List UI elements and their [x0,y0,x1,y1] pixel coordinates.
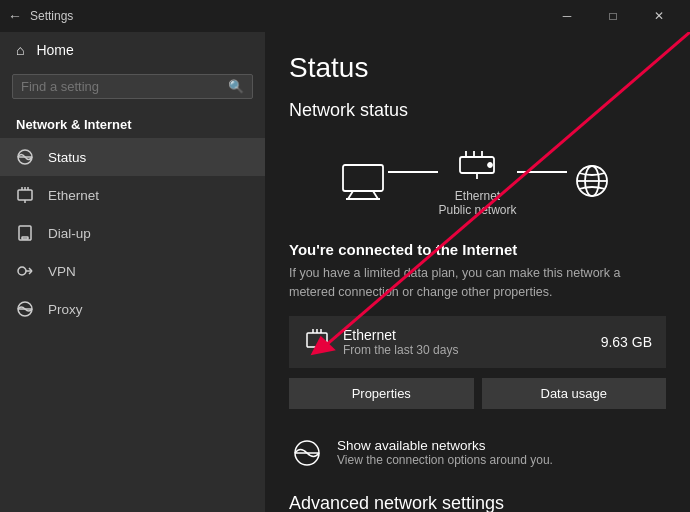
svg-rect-2 [18,190,32,200]
advanced-title: Advanced network settings [289,493,666,513]
connected-title: You're connected to the Internet [289,241,666,258]
properties-button[interactable]: Properties [289,378,474,409]
minimize-button[interactable]: ─ [544,0,590,32]
svg-rect-8 [22,237,28,239]
main-content: Status Network status [265,32,690,512]
page-title: Status [289,52,666,84]
titlebar-controls: ─ □ ✕ [544,0,682,32]
connected-sub: If you have a limited data plan, you can… [289,264,666,302]
net-line-1 [388,171,438,173]
home-label: Home [36,42,73,58]
net-icon-internet [567,161,617,201]
net-icon-router: Ethernet Public network [438,145,516,217]
search-input[interactable] [21,79,222,94]
maximize-button[interactable]: □ [590,0,636,32]
show-networks-text: Show available networks View the connect… [337,438,553,467]
svg-rect-17 [343,165,383,191]
eth-size: 9.63 GB [601,334,652,350]
sidebar-item-status[interactable]: Status [0,138,265,176]
dialup-label: Dial-up [48,226,91,241]
network-diagram: Ethernet Public network [289,137,666,225]
vpn-label: VPN [48,264,76,279]
close-button[interactable]: ✕ [636,0,682,32]
proxy-icon [16,300,34,318]
eth-left: Ethernet From the last 30 days [303,326,458,358]
titlebar-left: ← Settings [8,8,73,24]
home-icon: ⌂ [16,42,24,58]
eth-info: Ethernet From the last 30 days [343,327,458,357]
svg-line-19 [373,191,378,199]
ethernet-card: Ethernet From the last 30 days 9.63 GB [289,316,666,368]
net-icon-router-label: Ethernet Public network [438,189,516,217]
svg-line-18 [348,191,353,199]
sidebar-section-label: Network & Internet [0,109,265,138]
eth-icon [303,326,331,358]
vpn-icon [16,262,34,280]
titlebar-title: Settings [30,9,73,23]
back-icon[interactable]: ← [8,8,22,24]
search-icon: 🔍 [228,79,244,94]
data-usage-button[interactable]: Data usage [482,378,667,409]
sidebar-item-ethernet[interactable]: Ethernet [0,176,265,214]
status-label: Status [48,150,86,165]
show-networks-sub: View the connection options around you. [337,453,553,467]
sidebar: ⌂ Home 🔍 Network & Internet Status [0,32,265,512]
dialup-icon [16,224,34,242]
net-icon-computer [338,161,388,201]
app-body: ⌂ Home 🔍 Network & Internet Status [0,32,690,512]
proxy-label: Proxy [48,302,83,317]
eth-name: Ethernet [343,327,458,343]
sidebar-item-proxy[interactable]: Proxy [0,290,265,328]
sidebar-item-vpn[interactable]: VPN [0,252,265,290]
svg-rect-7 [19,226,31,240]
show-networks-title: Show available networks [337,438,553,453]
sidebar-item-home[interactable]: ⌂ Home [0,32,265,68]
networks-icon [289,435,325,471]
eth-sub: From the last 30 days [343,343,458,357]
show-networks-item[interactable]: Show available networks View the connect… [289,425,666,481]
status-icon [16,148,34,166]
svg-point-9 [18,267,26,275]
svg-rect-30 [307,333,327,347]
svg-point-26 [488,163,492,167]
ethernet-label: Ethernet [48,188,99,203]
btn-row: Properties Data usage [289,378,666,409]
net-line-2 [517,171,567,173]
sidebar-item-dialup[interactable]: Dial-up [0,214,265,252]
network-status-title: Network status [289,100,666,121]
ethernet-icon [16,186,34,204]
titlebar: ← Settings ─ □ ✕ [0,0,690,32]
search-box: 🔍 [12,74,253,99]
